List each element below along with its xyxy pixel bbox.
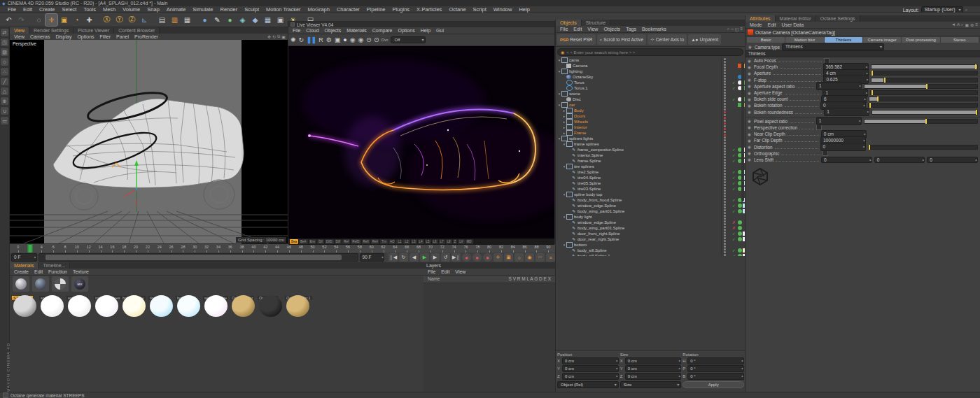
menu-file[interactable]: File [4,6,20,13]
objects-corner-icon-2[interactable]: ◱ [735,27,739,31]
visibility-dot-editor[interactable] [724,136,726,138]
tree-item-tire03-spline[interactable]: ✎tire03.Spline✓ [556,186,745,192]
attr-slider[interactable] [871,78,978,83]
attributes-menu-edit[interactable]: Edit [765,22,779,27]
attr-value-field[interactable]: 0 [874,157,925,163]
viewport-tab-content-browser[interactable]: Content Browser [114,27,160,34]
visibility-toggles[interactable] [724,120,726,125]
coords-rotation-p-field[interactable]: 0 ° [687,365,744,372]
coords-position-y-field[interactable]: 0 cm [562,365,619,372]
visibility-toggles[interactable] [724,153,726,158]
viewport-menu-view[interactable]: View [11,34,27,39]
visibility-toggles[interactable] [724,58,726,63]
objects-menu-tags[interactable]: Tags [623,27,639,31]
timeline-start-field[interactable]: 0 F [11,253,37,262]
viewport-canvas[interactable]: Perspective [10,40,288,243]
record-position-toggle[interactable]: ✛ [493,253,503,262]
lv-menu-objects[interactable]: Objects [322,28,344,33]
lv-menu-compare[interactable]: Compare [370,28,396,33]
add-generator-icon[interactable]: ● [224,14,236,26]
coords-position-x-field[interactable]: 0 cm [562,357,619,364]
attributes-corner-icon-2[interactable]: ⌕ [961,22,963,27]
attr-slider[interactable] [871,64,978,69]
render-pass-l1[interactable]: L1 [396,239,402,244]
attr-checkbox[interactable] [822,150,828,156]
visibility-dot-editor[interactable] [724,215,726,217]
menu-mograph[interactable]: MoGraph [304,6,333,13]
tree-item-splines-lights[interactable]: ▾splines lights [556,136,745,141]
attributes-corner-icon-5[interactable]: ≡ [975,22,978,27]
tree-item-torus-1[interactable]: Torus.1✓ [556,85,745,91]
record-pla-toggle[interactable]: ∷ [536,253,545,262]
materials-tab-timeline-[interactable]: Timeline... [38,262,70,269]
objects-menu-bookmarks[interactable]: Bookmarks [639,27,669,31]
workplane-mode-icon[interactable]: ⬦ [1,58,8,66]
visibility-toggles[interactable] [724,103,726,108]
visibility-dot-editor[interactable] [724,243,726,245]
visibility-toggles[interactable] [724,69,726,74]
visibility-dot-editor[interactable] [724,103,726,105]
mix-material-button[interactable]: MIX [71,276,88,292]
tree-item-disc[interactable]: Disc✓ [556,97,745,102]
tree-item-tire05-spline[interactable]: ✎tire05.Spline✓ [556,180,745,186]
unparent-button[interactable]: ▲●Unparent [688,34,721,45]
visibility-toggles[interactable] [724,215,726,220]
kernel-settings-icon[interactable]: ⚙ [326,36,332,43]
visibility-dot-editor[interactable] [724,86,726,88]
attr-value-field[interactable]: 0 [927,157,978,163]
model-mode-icon[interactable]: ◳ [1,38,8,46]
material-window-edge[interactable]: window edge [203,294,230,301]
enable-check-icon[interactable]: ✗ [732,226,736,230]
tree-item-doors[interactable]: ▸Doors [556,113,745,119]
apply-button[interactable]: Apply [682,381,744,388]
lv-menu-options[interactable]: Options [396,28,418,33]
green-tag-chip[interactable] [738,204,742,208]
visibility-toggles[interactable] [724,114,726,119]
coords-position-z-field[interactable]: 0 cm [562,373,619,380]
visibility-toggles[interactable] [724,237,726,242]
viewport-tab-picture-viewer[interactable]: Picture Viewer [74,27,114,34]
render-pass-bea[interactable]: Bea [290,239,298,244]
viewport-menu-prorender[interactable]: ProRender [132,34,161,39]
attributes-menu-user-data[interactable]: User Data [779,22,807,27]
tree-item-car[interactable]: ▾car [556,102,745,108]
attr-slider[interactable] [869,97,978,101]
visibility-dot-editor[interactable] [724,204,726,206]
locked-workplane-icon[interactable]: ▭ [1,117,8,125]
goto-start-button[interactable]: ❘◀ [388,253,398,262]
menu-window[interactable]: Window [490,6,516,13]
tree-item-torus[interactable]: Torus✓ [556,80,745,85]
material-ball-icon[interactable]: ● [343,36,346,43]
visibility-dot-editor[interactable] [724,159,726,161]
lock-resolution-icon[interactable]: ▣ [335,36,341,43]
new-glossy-material-button[interactable] [32,276,49,292]
redo-icon[interactable]: ↷ [15,14,27,26]
enable-check-icon[interactable]: ✓ [732,187,736,191]
attr-slider[interactable] [868,103,978,108]
render-pass-dif[interactable]: Dif [317,239,324,244]
thinlens-section-header[interactable]: Thinlens [746,50,980,57]
subtab-basic[interactable]: Basic [747,37,785,43]
tree-item-body-sill-spline-1[interactable]: ✎body_sill.Spline.1✓ [556,253,745,256]
add-primitive-icon[interactable]: ● [199,14,211,26]
anim-dot-icon[interactable]: ◉ [748,138,752,143]
x-axis-lock-icon[interactable]: Ⓧ [101,14,113,26]
material-octspecular-1[interactable]: OctSpecular.1 [285,294,312,301]
attr-slider[interactable] [864,84,978,89]
tree-item-interior-spline[interactable]: ✎interior.Spline✓ [556,152,745,158]
visibility-toggles[interactable] [724,80,726,85]
attr-slider[interactable] [870,90,978,95]
menu-script[interactable]: Script [470,6,490,13]
tree-item-door-front-right-spline[interactable]: ✎door_front_right.Spline✓ [556,231,745,236]
material-bottom-edge[interactable]: bottom edge [121,294,148,301]
attributes-tab-material-editor[interactable]: Material Editor [776,15,816,22]
attr-slider[interactable] [868,145,978,150]
green-tag-chip[interactable] [738,248,742,253]
polygons-mode-icon[interactable]: △ [1,87,8,95]
visibility-toggles[interactable] [724,108,726,113]
reset-psr-button[interactable]: PSRReset PSR [557,34,596,45]
render-pass-difd[interactable]: DifD [325,239,334,244]
green-tag-chip[interactable] [738,220,742,225]
anim-dot-icon[interactable]: ◉ [748,97,752,101]
anim-dot-icon[interactable]: ◉ [748,132,752,136]
